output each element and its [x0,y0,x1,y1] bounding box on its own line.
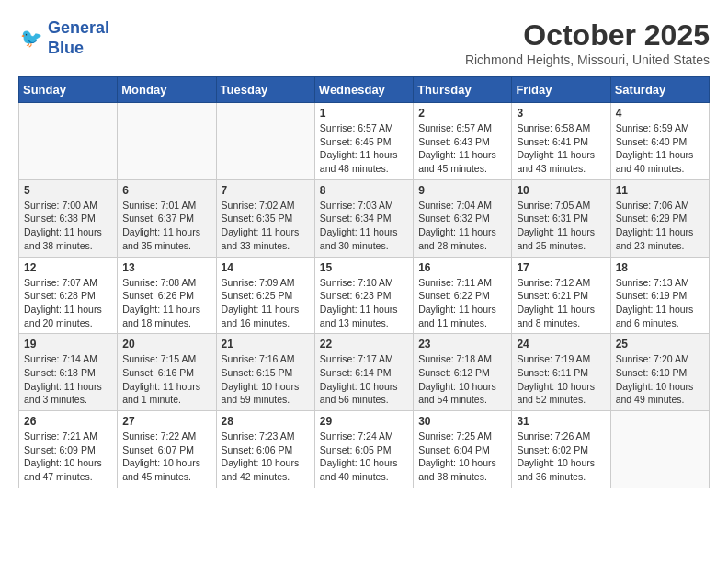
calendar-day-25: 25Sunrise: 7:20 AMSunset: 6:10 PMDayligh… [610,334,709,411]
logo-bird-icon: 🐦 [20,24,46,50]
calendar-day-18: 18Sunrise: 7:13 AMSunset: 6:19 PMDayligh… [610,257,709,334]
day-info: Sunrise: 7:09 AMSunset: 6:25 PMDaylight:… [222,276,310,330]
day-info: Sunrise: 6:57 AMSunset: 6:45 PMDaylight:… [320,121,408,176]
day-number: 28 [222,415,310,428]
day-info: Sunrise: 7:03 AMSunset: 6:34 PMDaylight:… [320,199,408,253]
column-header-thursday: Thursday [414,77,512,103]
day-number: 21 [222,338,310,350]
day-number: 26 [24,415,112,428]
column-header-sunday: Sunday [19,77,118,103]
calendar-day-20: 20Sunrise: 7:15 AMSunset: 6:16 PMDayligh… [118,334,216,411]
column-header-tuesday: Tuesday [216,77,314,103]
calendar-day-21: 21Sunrise: 7:16 AMSunset: 6:15 PMDayligh… [216,334,314,411]
day-info: Sunrise: 6:58 AMSunset: 6:41 PMDaylight:… [517,121,605,176]
calendar-empty-cell [216,103,314,180]
calendar-day-28: 28Sunrise: 7:23 AMSunset: 6:06 PMDayligh… [216,411,314,488]
day-info: Sunrise: 7:20 AMSunset: 6:10 PMDaylight:… [616,352,704,407]
day-number: 27 [122,415,210,428]
day-number: 31 [517,415,605,428]
day-info: Sunrise: 7:04 AMSunset: 6:32 PMDaylight:… [418,199,506,253]
day-number: 20 [122,338,210,350]
day-info: Sunrise: 7:12 AMSunset: 6:21 PMDaylight:… [517,276,605,330]
calendar-day-30: 30Sunrise: 7:25 AMSunset: 6:04 PMDayligh… [414,411,512,488]
calendar-day-3: 3Sunrise: 6:58 AMSunset: 6:41 PMDaylight… [512,103,610,180]
day-number: 24 [517,338,605,350]
day-number: 10 [517,184,605,197]
day-info: Sunrise: 7:14 AMSunset: 6:18 PMDaylight:… [24,352,112,407]
day-number: 12 [24,261,112,274]
day-info: Sunrise: 7:07 AMSunset: 6:28 PMDaylight:… [24,276,112,330]
day-number: 18 [616,261,704,274]
calendar-day-11: 11Sunrise: 7:06 AMSunset: 6:29 PMDayligh… [610,179,709,257]
calendar-day-8: 8Sunrise: 7:03 AMSunset: 6:34 PMDaylight… [314,179,413,257]
day-number: 1 [320,107,408,120]
day-number: 6 [122,184,210,197]
calendar-day-2: 2Sunrise: 6:57 AMSunset: 6:43 PMDaylight… [414,103,512,180]
title-section: October 2025 Richmond Heights, Missouri,… [465,18,710,67]
calendar-empty-cell [19,103,118,180]
calendar-header-row: SundayMondayTuesdayWednesdayThursdayFrid… [19,77,710,103]
calendar-week-row: 1Sunrise: 6:57 AMSunset: 6:45 PMDaylight… [19,103,710,180]
day-info: Sunrise: 7:13 AMSunset: 6:19 PMDaylight:… [616,276,704,330]
calendar-day-7: 7Sunrise: 7:02 AMSunset: 6:35 PMDaylight… [216,179,314,257]
calendar-day-24: 24Sunrise: 7:19 AMSunset: 6:11 PMDayligh… [512,334,610,411]
day-info: Sunrise: 7:10 AMSunset: 6:23 PMDaylight:… [320,276,408,330]
day-number: 3 [517,107,605,120]
column-header-wednesday: Wednesday [314,77,413,103]
day-info: Sunrise: 7:08 AMSunset: 6:26 PMDaylight:… [122,276,210,330]
calendar-day-17: 17Sunrise: 7:12 AMSunset: 6:21 PMDayligh… [512,257,610,334]
calendar-day-13: 13Sunrise: 7:08 AMSunset: 6:26 PMDayligh… [118,257,216,334]
calendar-day-22: 22Sunrise: 7:17 AMSunset: 6:14 PMDayligh… [314,334,413,411]
day-info: Sunrise: 6:59 AMSunset: 6:40 PMDaylight:… [616,121,704,176]
calendar-day-29: 29Sunrise: 7:24 AMSunset: 6:05 PMDayligh… [314,411,413,488]
day-number: 7 [222,184,310,197]
month-year-title: October 2025 [465,18,710,52]
calendar-day-19: 19Sunrise: 7:14 AMSunset: 6:18 PMDayligh… [19,334,118,411]
calendar-day-12: 12Sunrise: 7:07 AMSunset: 6:28 PMDayligh… [19,257,118,334]
logo: 🐦 General Blue [18,18,109,58]
day-info: Sunrise: 7:22 AMSunset: 6:07 PMDaylight:… [122,430,210,484]
day-info: Sunrise: 7:05 AMSunset: 6:31 PMDaylight:… [517,199,605,253]
day-info: Sunrise: 7:18 AMSunset: 6:12 PMDaylight:… [418,352,506,407]
calendar-day-14: 14Sunrise: 7:09 AMSunset: 6:25 PMDayligh… [216,257,314,334]
day-info: Sunrise: 7:11 AMSunset: 6:22 PMDaylight:… [418,276,506,330]
calendar-week-row: 12Sunrise: 7:07 AMSunset: 6:28 PMDayligh… [19,257,710,334]
calendar-week-row: 19Sunrise: 7:14 AMSunset: 6:18 PMDayligh… [19,334,710,411]
day-info: Sunrise: 7:16 AMSunset: 6:15 PMDaylight:… [222,352,310,407]
calendar-day-23: 23Sunrise: 7:18 AMSunset: 6:12 PMDayligh… [414,334,512,411]
calendar-empty-cell [610,411,709,488]
page-header: 🐦 General Blue October 2025 Richmond Hei… [18,18,710,67]
day-info: Sunrise: 7:19 AMSunset: 6:11 PMDaylight:… [517,352,605,407]
day-info: Sunrise: 7:21 AMSunset: 6:09 PMDaylight:… [24,430,112,484]
calendar-day-16: 16Sunrise: 7:11 AMSunset: 6:22 PMDayligh… [414,257,512,334]
calendar-day-15: 15Sunrise: 7:10 AMSunset: 6:23 PMDayligh… [314,257,413,334]
day-number: 23 [418,338,506,350]
day-number: 9 [418,184,506,197]
calendar-empty-cell [118,103,216,180]
day-info: Sunrise: 7:25 AMSunset: 6:04 PMDaylight:… [418,430,506,484]
calendar-day-26: 26Sunrise: 7:21 AMSunset: 6:09 PMDayligh… [19,411,118,488]
calendar-day-9: 9Sunrise: 7:04 AMSunset: 6:32 PMDaylight… [414,179,512,257]
day-number: 14 [222,261,310,274]
day-info: Sunrise: 7:24 AMSunset: 6:05 PMDaylight:… [320,430,408,484]
logo-blue: Blue [48,39,109,59]
day-number: 13 [122,261,210,274]
day-info: Sunrise: 7:17 AMSunset: 6:14 PMDaylight:… [320,352,408,407]
day-info: Sunrise: 7:01 AMSunset: 6:37 PMDaylight:… [122,199,210,253]
day-number: 8 [320,184,408,197]
svg-text:🐦: 🐦 [20,27,43,49]
day-info: Sunrise: 7:23 AMSunset: 6:06 PMDaylight:… [222,430,310,484]
day-number: 16 [418,261,506,274]
day-info: Sunrise: 7:15 AMSunset: 6:16 PMDaylight:… [122,352,210,407]
day-info: Sunrise: 7:06 AMSunset: 6:29 PMDaylight:… [616,199,704,253]
day-number: 11 [616,184,704,197]
day-info: Sunrise: 7:00 AMSunset: 6:38 PMDaylight:… [24,199,112,253]
day-number: 22 [320,338,408,350]
day-number: 29 [320,415,408,428]
calendar-week-row: 5Sunrise: 7:00 AMSunset: 6:38 PMDaylight… [19,179,710,257]
day-number: 30 [418,415,506,428]
column-header-monday: Monday [118,77,216,103]
calendar-day-5: 5Sunrise: 7:00 AMSunset: 6:38 PMDaylight… [19,179,118,257]
day-number: 4 [616,107,704,120]
day-number: 5 [24,184,112,197]
